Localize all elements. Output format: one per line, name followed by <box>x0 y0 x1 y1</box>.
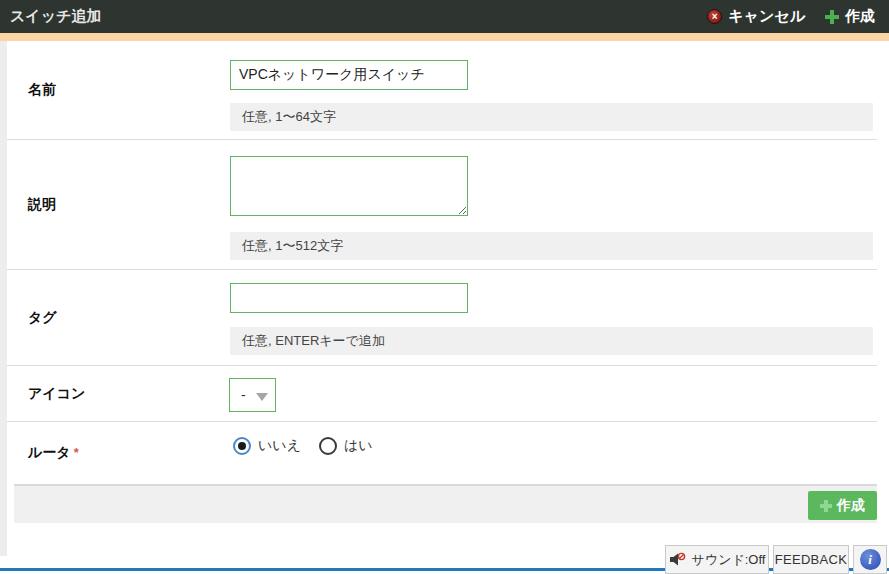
plus-icon <box>820 500 832 512</box>
router-label-text: ルータ <box>28 444 71 460</box>
header-bar: スイッチ追加 キャンセル 作成 <box>0 0 889 33</box>
create-button-label: 作成 <box>845 7 875 26</box>
icon-select-value: - <box>241 387 246 403</box>
left-gutter <box>0 41 7 556</box>
accent-stripe <box>0 33 889 41</box>
switch-add-page: スイッチ追加 キャンセル 作成 名前 任意, 1〜64文字 説明 任意, 1〜5… <box>0 0 889 574</box>
cancel-button-label: キャンセル <box>728 7 805 26</box>
tags-input[interactable] <box>230 283 468 313</box>
radio-unselected-icon[interactable] <box>319 437 337 455</box>
info-icon: i <box>860 549 881 570</box>
chevron-down-icon <box>256 393 268 401</box>
icon-label: アイコン <box>28 385 85 403</box>
info-button[interactable]: i <box>853 545 887 574</box>
form-row-tags: タグ 任意, ENTERキーで追加 <box>7 270 877 366</box>
router-option-yes-label: はい <box>344 437 373 455</box>
sound-toggle-button[interactable]: サウンド:Off <box>665 545 769 574</box>
page-title: スイッチ追加 <box>0 7 101 26</box>
description-textarea[interactable] <box>230 156 468 216</box>
name-hint: 任意, 1〜64文字 <box>230 103 873 131</box>
tags-label: タグ <box>28 309 57 327</box>
header-actions: キャンセル 作成 <box>707 7 889 26</box>
form-row-icon: アイコン - <box>7 366 877 422</box>
form-panel: 名前 任意, 1〜64文字 説明 任意, 1〜512文字 タグ 任意, ENTE… <box>7 41 877 484</box>
router-option-no-label: いいえ <box>258 437 301 455</box>
speaker-muted-icon <box>669 552 686 567</box>
required-mark: * <box>74 445 79 460</box>
router-option-no[interactable]: いいえ <box>233 437 301 455</box>
router-option-yes[interactable]: はい <box>319 437 373 455</box>
form-row-router: ルータ* いいえ はい <box>7 422 877 484</box>
plus-icon <box>825 10 839 24</box>
cancel-x-icon <box>707 9 722 24</box>
feedback-button[interactable]: FEEDBACK <box>773 545 849 574</box>
form-row-description: 説明 任意, 1〜512文字 <box>7 140 877 270</box>
create-button-header[interactable]: 作成 <box>825 7 875 26</box>
sound-button-label: サウンド:Off <box>692 551 766 569</box>
cancel-button[interactable]: キャンセル <box>707 7 805 26</box>
name-input[interactable] <box>230 60 468 90</box>
form-row-name: 名前 任意, 1〜64文字 <box>7 41 877 140</box>
create-bottom-label: 作成 <box>837 497 865 515</box>
create-button-bottom[interactable]: 作成 <box>808 491 877 520</box>
description-hint: 任意, 1〜512文字 <box>230 232 873 260</box>
router-radio-group: いいえ はい <box>233 437 373 455</box>
icon-select[interactable]: - <box>229 378 276 412</box>
description-label: 説明 <box>28 196 56 214</box>
router-label: ルータ* <box>28 444 79 462</box>
action-bar: 作成 <box>14 484 877 523</box>
name-label: 名前 <box>28 81 56 99</box>
radio-selected-icon[interactable] <box>233 437 251 455</box>
tags-hint: 任意, ENTERキーで追加 <box>230 327 873 355</box>
feedback-button-label: FEEDBACK <box>775 552 847 567</box>
